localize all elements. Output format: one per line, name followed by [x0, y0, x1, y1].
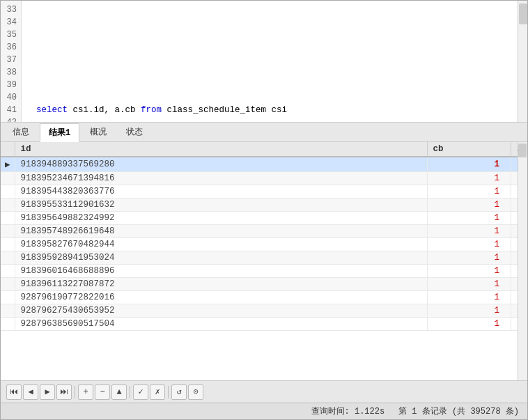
cell-cb: 1: [427, 238, 511, 251]
code-scrollbar[interactable]: [518, 1, 527, 122]
results-scrollbar[interactable]: [518, 142, 527, 380]
col-cb[interactable]: cb: [427, 142, 511, 157]
table-row[interactable]: 9183960164686888961: [1, 265, 527, 278]
code-line-33: [26, 29, 513, 41]
sep1: [75, 386, 75, 398]
btn-first[interactable]: ⏮: [6, 384, 22, 400]
btn-cancel[interactable]: ✗: [150, 384, 165, 400]
row-marker: [1, 304, 15, 318]
table-row[interactable]: 9183955331129016321: [1, 199, 527, 212]
btn-up[interactable]: ▲: [111, 384, 127, 400]
table-row[interactable]: 9287963856905175041: [1, 318, 527, 331]
table-row[interactable]: 9183957489266196481: [1, 225, 527, 238]
row-marker: [1, 172, 15, 185]
table-row[interactable]: 9183956498823249921: [1, 212, 527, 225]
table-row[interactable]: 9183952346713948161: [1, 172, 527, 185]
row-marker: [1, 318, 15, 331]
row-marker: [1, 185, 15, 199]
status-bar: 查询时间: 1.122s 第 1 条记录 (共 395278 条): [1, 403, 527, 419]
cell-cb: 1: [427, 265, 511, 278]
main-container: 33 34 35 36 37 38 39 40 41 42 43 44 sele…: [0, 0, 528, 420]
table-row[interactable]: ▶9183948893375692801: [1, 157, 527, 172]
btn-prev[interactable]: ◀: [23, 384, 38, 400]
col-marker: [1, 142, 15, 157]
row-marker: [1, 251, 15, 265]
cell-cb: 1: [427, 318, 511, 331]
cell-id: 918395649882324992: [15, 212, 427, 225]
query-time: 查询时间: 1.122s: [311, 405, 385, 417]
cell-id: 918395234671394816: [15, 172, 427, 185]
btn-remove[interactable]: −: [95, 384, 110, 400]
row-marker: [1, 278, 15, 291]
cell-cb: 1: [427, 212, 511, 225]
row-marker: [1, 212, 15, 225]
cell-cb: 1: [427, 225, 511, 238]
btn-info[interactable]: ⊙: [188, 384, 203, 400]
table-row[interactable]: 9183958276704829441: [1, 238, 527, 251]
btn-last[interactable]: ⏭: [56, 384, 72, 400]
tab-info[interactable]: 信息: [3, 123, 38, 141]
results-table-wrap[interactable]: id cb ▲ ▶9183948893375692801918395234671…: [1, 142, 527, 380]
cell-id: 918395827670482944: [15, 238, 427, 251]
row-marker: [1, 225, 15, 238]
btn-refresh[interactable]: ↺: [171, 384, 187, 400]
cell-id: 928796275430653952: [15, 304, 427, 318]
cell-cb: 1: [427, 278, 511, 291]
cell-cb: 1: [427, 157, 511, 172]
cell-cb: 1: [427, 251, 511, 265]
cell-cb: 1: [427, 199, 511, 212]
table-row[interactable]: 9287961907728220161: [1, 291, 527, 304]
cell-id: 928796190772822016: [15, 291, 427, 304]
record-info: 第 1 条记录 (共 395278 条): [398, 405, 519, 417]
row-arrow: ▶: [5, 160, 10, 170]
btn-check[interactable]: ✓: [133, 384, 148, 400]
results-area: id cb ▲ ▶9183948893375692801918395234671…: [1, 142, 527, 419]
btn-add[interactable]: +: [78, 384, 93, 400]
cell-id: 918395443820363776: [15, 185, 427, 199]
cell-cb: 1: [427, 185, 511, 199]
tabs-bar: 信息 结果1 概况 状态: [1, 123, 527, 142]
code-line-34: [26, 66, 513, 79]
tab-overview[interactable]: 概况: [81, 123, 116, 141]
tab-status[interactable]: 状态: [117, 123, 152, 141]
cell-id: 918395533112901632: [15, 199, 427, 212]
row-marker: ▶: [1, 157, 15, 172]
row-marker: [1, 199, 15, 212]
code-line-35: select csi.id, a.cb from class_schedule_…: [26, 104, 513, 116]
line-numbers: 33 34 35 36 37 38 39 40 41 42 43 44: [1, 1, 22, 122]
cell-cb: 1: [427, 304, 511, 318]
table-row[interactable]: 9287962754306539521: [1, 304, 527, 318]
bottom-toolbar: ⏮ ◀ ▶ ⏭ + − ▲ ✓ ✗ ↺ ⊙: [1, 380, 527, 403]
table-row[interactable]: 9183961132270878721: [1, 278, 527, 291]
results-table: id cb ▲ ▶9183948893375692801918395234671…: [1, 142, 527, 331]
cell-id: 918395748926619648: [15, 225, 427, 238]
col-id[interactable]: id: [15, 142, 427, 157]
code-content[interactable]: select csi.id, a.cb from class_schedule_…: [22, 1, 518, 122]
cell-id: 918396113227087872: [15, 278, 427, 291]
cell-id: 918396016468688896: [15, 265, 427, 278]
btn-next[interactable]: ▶: [40, 384, 55, 400]
table-row[interactable]: 9183954438203637761: [1, 185, 527, 199]
sep2: [130, 386, 130, 398]
table-row[interactable]: 9183959289419530241: [1, 251, 527, 265]
sep3: [168, 386, 169, 398]
cell-id: 918395928941953024: [15, 251, 427, 265]
cell-cb: 1: [427, 291, 511, 304]
row-marker: [1, 265, 15, 278]
row-marker: [1, 238, 15, 251]
cell-cb: 1: [427, 172, 511, 185]
table-header-row: id cb ▲: [1, 142, 527, 157]
cell-id: 928796385690517504: [15, 318, 427, 331]
cell-id: 918394889337569280: [15, 157, 427, 172]
row-marker: [1, 291, 15, 304]
tab-result1[interactable]: 结果1: [40, 123, 79, 142]
code-editor: 33 34 35 36 37 38 39 40 41 42 43 44 sele…: [1, 1, 527, 123]
